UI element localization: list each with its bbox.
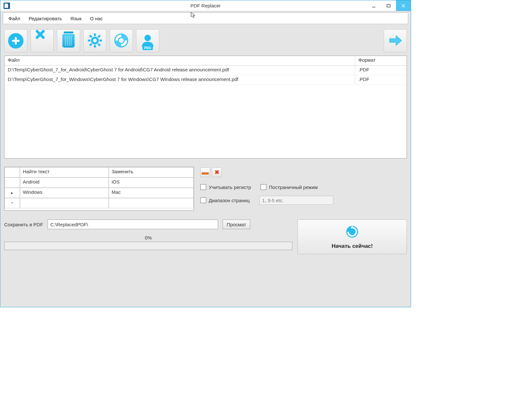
start-button[interactable]: Начать сейчас! xyxy=(298,220,407,254)
toolbar: PRO xyxy=(0,24,411,56)
svg-line-10 xyxy=(98,44,100,46)
replace-column-header[interactable]: Заменить xyxy=(109,167,194,177)
maximize-button[interactable] xyxy=(381,0,396,11)
app-window: PDF Replacer Файл Редактировать Язык О н… xyxy=(0,0,411,307)
progress-label: 0% xyxy=(4,235,292,240)
row-marker xyxy=(5,177,20,188)
maximize-icon xyxy=(387,4,390,8)
save-label: Сохранить в PDF xyxy=(4,222,43,227)
replace-cell[interactable]: Mac xyxy=(109,188,194,198)
checkbox-icon xyxy=(200,197,206,203)
pro-button[interactable]: PRO xyxy=(136,29,159,52)
page-range-input[interactable] xyxy=(259,196,333,205)
x-small-icon: ✖ xyxy=(215,169,219,176)
arrow-right-icon xyxy=(388,33,403,49)
find-cell[interactable] xyxy=(20,198,109,208)
help-button[interactable] xyxy=(110,29,133,52)
app-icon xyxy=(4,3,10,9)
close-button[interactable] xyxy=(396,0,411,11)
go-button[interactable] xyxy=(384,29,407,52)
refresh-icon xyxy=(345,225,359,240)
browse-button[interactable]: Просмат xyxy=(223,220,250,229)
svg-line-12 xyxy=(98,35,100,37)
menu-edit[interactable]: Редактировать xyxy=(29,16,62,21)
pro-badge: PRO xyxy=(142,46,153,50)
menu-lang[interactable]: Язык xyxy=(70,16,82,21)
checkbox-icon xyxy=(200,184,206,190)
svg-point-15 xyxy=(144,35,151,41)
replace-row[interactable]: * xyxy=(5,198,194,208)
window-controls xyxy=(366,0,411,11)
page-range-checkbox[interactable]: Диапазон страниц xyxy=(200,197,250,203)
file-cell: D:\Temp\CyberGhost_7_for_Windows\CyberGh… xyxy=(5,75,355,85)
start-button-label: Начать сейчас! xyxy=(332,243,373,249)
minus-icon: ▬ xyxy=(202,168,209,176)
file-table[interactable]: Файл Формат D:\Temp\CyberGhost_7_for_And… xyxy=(4,56,407,158)
file-column-header[interactable]: Файл xyxy=(5,56,355,65)
row-marker-header xyxy=(5,167,20,177)
remove-button[interactable] xyxy=(31,29,54,52)
svg-line-9 xyxy=(90,35,92,37)
per-page-mode-label: Постраничный режим xyxy=(269,184,318,190)
replace-cell[interactable] xyxy=(109,198,194,208)
find-column-header[interactable]: Найти текст xyxy=(20,167,109,177)
replace-row[interactable]: Android iOS xyxy=(5,177,194,188)
titlebar: PDF Replacer xyxy=(0,0,411,11)
x-icon xyxy=(34,33,50,49)
save-path-input[interactable] xyxy=(48,220,218,229)
find-cell[interactable]: Android xyxy=(20,177,109,188)
svg-point-4 xyxy=(92,38,98,43)
delete-row-button[interactable]: ▬ xyxy=(200,167,210,177)
lifebuoy-icon xyxy=(114,33,129,49)
progress-bar xyxy=(4,242,292,250)
replace-cell[interactable]: iOS xyxy=(109,177,194,188)
format-cell: .PDF xyxy=(355,75,407,85)
table-row[interactable]: D:\Temp\CyberGhost_7_for_Windows\CyberGh… xyxy=(5,75,407,85)
clear-rows-button[interactable]: ✖ xyxy=(212,167,222,177)
menubar: Файл Редактировать Язык О нас xyxy=(3,13,408,24)
minimize-icon xyxy=(372,4,376,8)
row-marker: * xyxy=(5,198,20,208)
per-page-mode-checkbox[interactable]: Постраничный режим xyxy=(261,184,318,190)
file-cell: D:\Temp\CyberGhost_7_for_Android\CyberGh… xyxy=(5,66,355,75)
page-range-label: Диапазон страниц xyxy=(209,198,250,203)
format-cell: .PDF xyxy=(355,66,407,75)
format-column-header[interactable]: Формат xyxy=(355,56,407,65)
window-title: PDF Replacer xyxy=(190,3,221,8)
checkbox-icon xyxy=(261,184,266,190)
gear-icon xyxy=(87,33,103,49)
svg-point-14 xyxy=(118,38,124,43)
menu-about[interactable]: О нас xyxy=(90,16,103,21)
plus-icon xyxy=(8,33,23,49)
case-sensitive-label: Учитывать регистр xyxy=(209,184,251,190)
close-icon xyxy=(401,4,405,8)
case-sensitive-checkbox[interactable]: Учитывать регистр xyxy=(200,184,251,190)
trash-icon xyxy=(62,34,75,48)
find-cell[interactable]: Windows xyxy=(20,188,109,198)
clear-button[interactable] xyxy=(57,29,80,52)
replace-table[interactable]: Найти текст Заменить Android iOS ▸ Windo… xyxy=(4,167,194,211)
menu-file[interactable]: Файл xyxy=(8,16,20,21)
replace-row[interactable]: ▸ Windows Mac xyxy=(5,188,194,198)
svg-line-11 xyxy=(90,44,92,46)
svg-rect-1 xyxy=(387,4,390,7)
row-marker: ▸ xyxy=(5,188,20,198)
table-row[interactable]: D:\Temp\CyberGhost_7_for_Android\CyberGh… xyxy=(5,66,407,75)
minimize-button[interactable] xyxy=(366,0,381,11)
settings-button[interactable] xyxy=(83,29,106,52)
add-button[interactable] xyxy=(4,29,27,52)
